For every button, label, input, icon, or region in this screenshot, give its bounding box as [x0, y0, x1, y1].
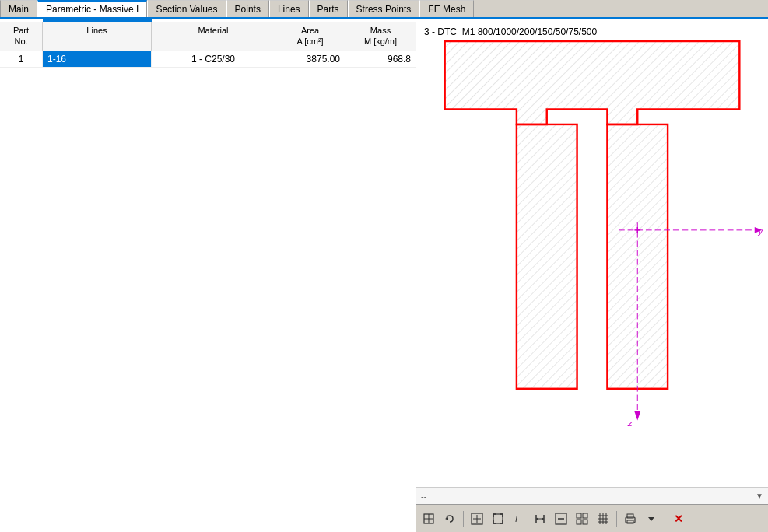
svg-rect-39 [583, 520, 587, 524]
toolbar-btn-dimension-h[interactable] [531, 509, 549, 528]
toolbar-btn-move[interactable] [419, 509, 438, 528]
svg-text:z: z [627, 418, 633, 428]
tab-bar: Main Parametric - Massive I Section Valu… [0, 0, 768, 19]
toolbar-btn-grid[interactable] [573, 509, 591, 528]
cell-mass: 968.8 [345, 51, 416, 67]
svg-rect-19 [493, 514, 503, 523]
svg-rect-2 [517, 124, 577, 389]
toolbar: I ✕ [416, 504, 768, 532]
tab-stress-points[interactable]: Stress Points [348, 0, 420, 17]
tab-main[interactable]: Main [0, 0, 37, 17]
toolbar-btn-undo[interactable] [440, 509, 459, 528]
main-content: Part No. Lines Material Area A [cm²] Mas… [0, 19, 768, 532]
separator-2 [616, 511, 617, 527]
col-header-part-no: Part No. [0, 22, 43, 51]
svg-text:I: I [515, 514, 517, 523]
svg-rect-3 [607, 124, 668, 389]
separator-3 [665, 511, 665, 527]
toolbar-btn-dimension-x[interactable]: I [510, 509, 528, 528]
toolbar-btn-print-dropdown[interactable] [642, 509, 661, 528]
col-header-mass: Mass M [kg/m] [345, 22, 416, 51]
svg-marker-1 [445, 41, 740, 124]
cell-area: 3875.00 [275, 51, 345, 67]
separator-1 [463, 511, 464, 527]
tab-fe-mesh[interactable]: FE Mesh [419, 0, 474, 17]
section-shape-svg: y z [416, 19, 768, 487]
tab-section-values[interactable]: Section Values [147, 0, 226, 17]
col-header-lines: Lines [43, 22, 152, 51]
toolbar-btn-grid2[interactable] [594, 509, 612, 528]
svg-text:y: y [758, 226, 764, 236]
cell-part-no: 1 [0, 51, 43, 67]
tab-parts[interactable]: Parts [309, 0, 348, 17]
status-text: -- [421, 492, 756, 501]
svg-rect-37 [583, 513, 587, 518]
cell-lines: 1-16 [43, 51, 152, 67]
tab-points[interactable]: Points [226, 0, 269, 17]
tab-lines[interactable]: Lines [269, 0, 309, 17]
toolbar-btn-zoom-window[interactable] [468, 509, 486, 528]
toolbar-btn-minus[interactable] [552, 509, 570, 528]
svg-rect-38 [577, 520, 581, 524]
right-panel: 3 - DTC_M1 800/1000/200/150/50/75/500 [416, 19, 768, 532]
cell-material: 1 - C25/30 [152, 51, 275, 67]
tab-parametric-massive[interactable]: Parametric - Massive I [37, 0, 147, 17]
status-bar: -- ▼ [416, 487, 768, 504]
svg-marker-49 [648, 517, 654, 521]
svg-rect-36 [577, 513, 581, 518]
canvas-area[interactable]: 3 - DTC_M1 800/1000/200/150/50/75/500 [416, 19, 768, 487]
col-header-area: Area A [cm²] [275, 22, 345, 51]
toolbar-btn-print[interactable] [621, 509, 640, 528]
table-header: Part No. Lines Material Area A [cm²] Mas… [0, 22, 416, 51]
table-row[interactable]: 1 1-16 1 - C25/30 3875.00 968.8 [0, 51, 416, 68]
svg-marker-8 [634, 411, 640, 421]
scroll-arrow[interactable]: ▼ [756, 492, 763, 500]
table-body: 1 1-16 1 - C25/30 3875.00 968.8 [0, 51, 416, 532]
toolbar-btn-zoom-extents[interactable] [489, 509, 507, 528]
left-panel: Part No. Lines Material Area A [cm²] Mas… [0, 19, 416, 532]
toolbar-btn-close[interactable]: ✕ [669, 509, 688, 528]
col-header-material: Material [152, 22, 275, 51]
